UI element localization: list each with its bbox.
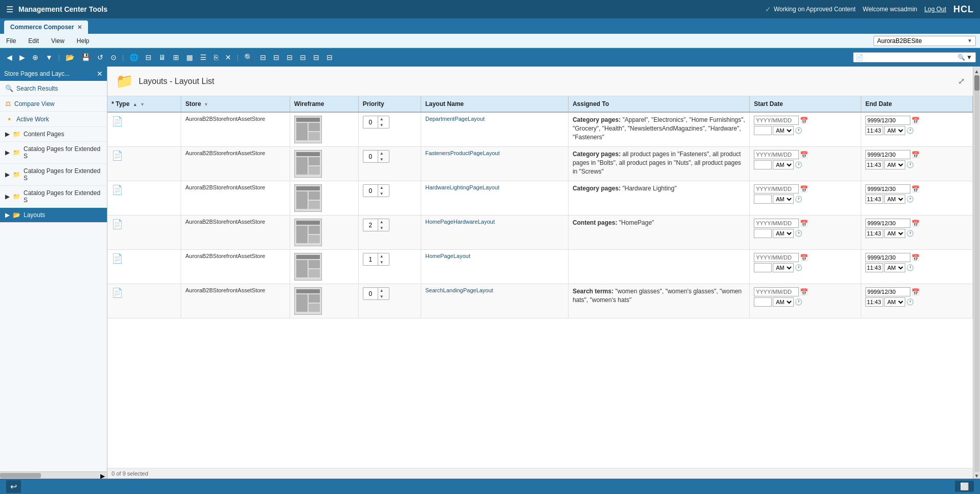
- table-row[interactable]: 📄AuroraB2BStorefrontAssetStore ▲ ▼ HomeP…: [107, 250, 973, 284]
- cell-start-date[interactable]: 📅 AMPM 🕐: [750, 284, 861, 318]
- col-store[interactable]: Store ▼: [181, 96, 290, 112]
- priority-up-arrow[interactable]: ▲: [378, 253, 385, 260]
- search-dropdown-icon[interactable]: ▼: [966, 54, 972, 61]
- col-start-date[interactable]: Start Date: [750, 96, 861, 112]
- priority-spinner[interactable]: ▲ ▼: [363, 184, 389, 197]
- end-clock-icon[interactable]: 🕐: [906, 161, 914, 168]
- priority-up-arrow[interactable]: ▲: [378, 219, 385, 225]
- end-clock-icon[interactable]: 🕐: [906, 127, 914, 134]
- start-clock-icon[interactable]: 🕐: [795, 264, 802, 271]
- expand-fullscreen-icon[interactable]: ⤢: [958, 76, 965, 86]
- cell-start-date[interactable]: 📅 AMPM 🕐: [750, 216, 861, 250]
- priority-spinner[interactable]: ▲ ▼: [363, 116, 389, 128]
- start-clock-icon[interactable]: 🕐: [795, 230, 802, 237]
- scroll-down-btn[interactable]: ▼: [974, 473, 979, 479]
- search-input[interactable]: [865, 54, 957, 61]
- status-expand-button[interactable]: ⬜: [955, 481, 974, 492]
- toolbar-stop-btn[interactable]: ⊙: [108, 52, 119, 63]
- start-cal-icon[interactable]: 📅: [800, 117, 808, 124]
- toolbar-cols4-btn[interactable]: ⊟: [311, 52, 322, 63]
- priority-input[interactable]: [363, 186, 378, 196]
- col-type-sort[interactable]: ▲: [133, 102, 137, 107]
- start-cal-icon[interactable]: 📅: [800, 254, 808, 262]
- end-ampm-select[interactable]: AMPM: [884, 195, 905, 204]
- start-date-input[interactable]: [754, 287, 799, 296]
- cell-end-date[interactable]: 📅 AMPM 🕐: [861, 284, 973, 318]
- toolbar-table-btn[interactable]: ▦: [184, 52, 195, 63]
- logout-button[interactable]: Log Out: [924, 6, 946, 13]
- end-date-input[interactable]: [865, 184, 910, 194]
- end-cal-icon[interactable]: 📅: [911, 254, 920, 262]
- cell-priority[interactable]: ▲ ▼: [358, 216, 421, 250]
- col-end-date[interactable]: End Date: [861, 96, 973, 112]
- menu-file[interactable]: File: [4, 36, 18, 46]
- toolbar-layout-btn[interactable]: ⊟: [143, 52, 154, 63]
- end-cal-icon[interactable]: 📅: [911, 185, 920, 193]
- tab-commerce-composer[interactable]: Commerce Composer ✕: [4, 20, 88, 34]
- toolbar-open-btn[interactable]: 📂: [63, 52, 77, 63]
- priority-down-arrow[interactable]: ▼: [378, 260, 385, 266]
- cell-end-date[interactable]: 📅 AMPM 🕐: [861, 181, 973, 216]
- col-type[interactable]: * Type ▲ ▼: [107, 96, 181, 112]
- status-back-button[interactable]: ↩: [6, 480, 21, 493]
- table-row[interactable]: 📄AuroraB2BStorefrontAssetStore ▲ ▼ HomeP…: [107, 216, 973, 250]
- start-clock-icon[interactable]: 🕐: [795, 298, 802, 306]
- store-selector[interactable]: AuroraB2BESite ▼: [874, 36, 976, 46]
- toolbar-monitor-btn[interactable]: 🖥: [156, 52, 168, 63]
- sidebar-item-compare-view[interactable]: ⚖ Compare View: [0, 96, 107, 112]
- toolbar-add-dropdown-btn[interactable]: ▼: [43, 52, 55, 63]
- sidebar-scroll-right[interactable]: ▶: [100, 472, 105, 479]
- end-ampm-select[interactable]: AMPM: [884, 229, 905, 238]
- start-time-input[interactable]: [754, 229, 772, 238]
- sidebar-close-icon[interactable]: ✕: [97, 70, 103, 78]
- table-row[interactable]: 📄AuroraB2BStorefrontAssetStore ▲ ▼ Searc…: [107, 284, 973, 318]
- toolbar-cols5-btn[interactable]: ⊟: [324, 52, 335, 63]
- end-clock-icon[interactable]: 🕐: [906, 298, 914, 306]
- end-time-input[interactable]: [865, 195, 883, 204]
- col-wireframe[interactable]: Wireframe: [290, 96, 358, 112]
- table-row[interactable]: 📄AuroraB2BStorefrontAssetStore ▲ ▼ Depar…: [107, 112, 973, 147]
- vertical-scrollbar[interactable]: ▲ ▼: [973, 67, 980, 479]
- start-ampm-select[interactable]: AMPM: [773, 195, 794, 204]
- toolbar-search-open-btn[interactable]: 🔍: [242, 52, 255, 63]
- end-clock-icon[interactable]: 🕐: [906, 196, 914, 203]
- toolbar-delete-btn[interactable]: ✕: [223, 52, 234, 63]
- end-date-input[interactable]: [865, 150, 910, 159]
- col-type-filter[interactable]: ▼: [140, 102, 145, 107]
- start-ampm-select[interactable]: AMPM: [773, 126, 794, 135]
- start-cal-icon[interactable]: 📅: [800, 185, 808, 193]
- scroll-thumb[interactable]: [974, 75, 979, 91]
- end-time-input[interactable]: [865, 297, 883, 307]
- priority-up-arrow[interactable]: ▲: [378, 116, 385, 122]
- end-clock-icon[interactable]: 🕐: [906, 230, 914, 237]
- end-clock-icon[interactable]: 🕐: [906, 264, 914, 271]
- menu-edit[interactable]: Edit: [26, 36, 41, 46]
- priority-input[interactable]: [363, 152, 378, 161]
- priority-input[interactable]: [363, 118, 378, 127]
- end-date-input[interactable]: [865, 287, 910, 296]
- cell-start-date[interactable]: 📅 AMPM 🕐: [750, 181, 861, 216]
- start-clock-icon[interactable]: 🕐: [795, 161, 802, 168]
- end-ampm-select[interactable]: AMPM: [884, 263, 905, 272]
- start-cal-icon[interactable]: 📅: [800, 288, 808, 296]
- col-layout-name[interactable]: Layout Name: [421, 96, 568, 112]
- toolbar-copy-btn[interactable]: ⎘: [211, 52, 221, 63]
- scroll-up-btn[interactable]: ▲: [974, 69, 979, 74]
- priority-down-arrow[interactable]: ▼: [378, 294, 385, 300]
- sidebar-scrollbar-thumb[interactable]: [0, 473, 41, 478]
- priority-down-arrow[interactable]: ▼: [378, 157, 385, 163]
- start-ampm-select[interactable]: AMPM: [773, 263, 794, 272]
- cell-priority[interactable]: ▲ ▼: [358, 147, 421, 181]
- priority-input[interactable]: [363, 255, 378, 264]
- toolbar-refresh-btn[interactable]: ↺: [95, 52, 106, 63]
- priority-spinner[interactable]: ▲ ▼: [363, 219, 389, 231]
- start-cal-icon[interactable]: 📅: [800, 151, 808, 159]
- toolbar-cols2-btn[interactable]: ⊟: [284, 52, 295, 63]
- end-ampm-select[interactable]: AMPM: [884, 160, 905, 169]
- toolbar-search-box[interactable]: 📄 🔍 ▼: [853, 52, 976, 62]
- start-date-input[interactable]: [754, 253, 799, 262]
- tab-close-icon[interactable]: ✕: [77, 24, 82, 31]
- start-ampm-select[interactable]: AMPM: [773, 229, 794, 238]
- priority-up-arrow[interactable]: ▲: [378, 185, 385, 191]
- toolbar-grid-btn[interactable]: ⊞: [170, 52, 182, 63]
